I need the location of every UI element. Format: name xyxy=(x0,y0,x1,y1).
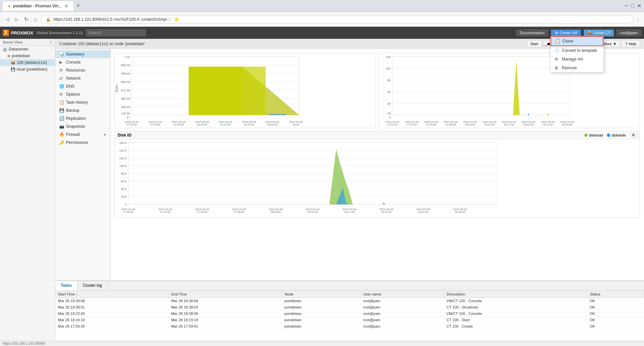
nav-snapshots[interactable]: 📷 Snapshots xyxy=(55,122,110,131)
svg-text:18:24:00: 18:24:00 xyxy=(523,123,534,126)
tab-title: pvedebian - Proxmox Virt... xyxy=(13,4,62,8)
options-icon: ⚙ xyxy=(59,92,64,97)
col-start-time[interactable]: Start Time ↓ xyxy=(55,291,169,298)
table-row: Mar 28 18:38:01 Mar 28 18:38:03 pvedebia… xyxy=(55,304,644,311)
start-btn[interactable]: Start xyxy=(527,40,542,47)
resources-label: Resources xyxy=(66,68,85,73)
svg-text:384 Mi: 384 Mi xyxy=(121,97,130,100)
manage-ha-menu-item[interactable]: ♻ Manage HA xyxy=(551,55,603,64)
nav-permissions[interactable]: 🔑 Permissions xyxy=(55,139,110,147)
cell-end: Mar 28 18:38:03 xyxy=(169,304,282,311)
svg-text:17:49:00: 17:49:00 xyxy=(426,123,437,126)
col-end-time[interactable]: End Time xyxy=(169,291,282,298)
remove-menu-item[interactable]: 🗑 Remove xyxy=(551,64,603,72)
col-user[interactable]: User name xyxy=(361,291,444,298)
cell-user: root@pam xyxy=(361,298,444,304)
svg-text:18:38:00: 18:38:00 xyxy=(562,123,573,126)
tab-close-btn[interactable]: ✕ xyxy=(64,3,68,9)
svg-text:18:38:00: 18:38:00 xyxy=(455,210,465,213)
cell-desc: CT 100 - Shutdown xyxy=(444,304,587,311)
nav-backup[interactable]: 💾 Backup xyxy=(55,106,110,114)
svg-text:17:35:00: 17:35:00 xyxy=(126,123,137,126)
tree-datacenter[interactable]: 🏢 Datacenter xyxy=(0,46,55,53)
svg-rect-37 xyxy=(242,67,266,115)
svg-text:18:24:00: 18:24:00 xyxy=(381,210,392,213)
tree-ct-item[interactable]: 📦 100 (debian11ct) xyxy=(0,59,55,66)
svg-text:18:10:00: 18:10:00 xyxy=(307,210,318,213)
search-input[interactable] xyxy=(86,29,146,36)
close-window-btn[interactable]: ✕ xyxy=(637,3,641,9)
red-arrow-indicator: → xyxy=(542,41,549,49)
cell-node: pvedebian xyxy=(282,323,361,330)
nav-firewall[interactable]: 🔥 Firewall xyxy=(55,131,110,139)
svg-text:17:55:00: 17:55:00 xyxy=(173,123,184,126)
nav-network[interactable]: ⇄ Network xyxy=(55,74,110,82)
maximize-btn[interactable]: □ xyxy=(631,3,634,9)
cell-node: pvedebian xyxy=(282,304,361,311)
create-vm-btn[interactable]: 🖥 Create VM xyxy=(551,29,581,36)
svg-text:18:05:00: 18:05:00 xyxy=(197,123,207,126)
options-label: Options xyxy=(66,92,80,97)
diskread-label: diskread xyxy=(589,133,603,137)
col-description[interactable]: Description xyxy=(444,291,587,298)
main-toolbar: X PROXMOX Virtual Environment 7.1-11 Doc… xyxy=(0,27,644,39)
nav-task-history[interactable]: 📋 Task History xyxy=(55,98,110,106)
dns-label: DNS xyxy=(66,84,74,89)
svg-text:1 Gi: 1 Gi xyxy=(124,55,130,59)
diskwrite-label: diskwrite xyxy=(611,133,626,137)
cell-node: pvedebian xyxy=(282,311,361,317)
extensions-btn[interactable]: ⋮ xyxy=(636,17,640,22)
cell-end: Mar 28 18:19:19 xyxy=(169,317,282,323)
svg-text:18:03:00: 18:03:00 xyxy=(270,210,281,213)
diskio-options-btn[interactable]: ⚙ xyxy=(630,133,637,138)
tree-node[interactable]: 🖥 pvedebian xyxy=(0,53,55,59)
browser-tab[interactable]: ● pvedebian - Proxmox Virt... ✕ xyxy=(3,1,74,11)
sub-navigation: 📊 Summary ▶ Console ⚙ Resources ⇄ Networ… xyxy=(55,49,111,280)
new-tab-btn[interactable]: + xyxy=(76,2,80,9)
url-text: https://192.168.1.101:8006/#v1:0:=lxc%2F… xyxy=(54,17,171,22)
cell-node: pvedebian xyxy=(282,317,361,323)
svg-text:0 i: 0 i xyxy=(127,116,130,119)
reload-btn[interactable]: ↻ xyxy=(23,15,30,24)
replication-label: Replication xyxy=(66,116,86,121)
user-menu-btn[interactable]: root@pam xyxy=(617,29,641,36)
svg-rect-36 xyxy=(189,67,242,115)
col-node[interactable]: Node xyxy=(282,291,361,298)
minimize-btn[interactable]: ─ xyxy=(625,3,628,9)
tasks-tab[interactable]: Tasks xyxy=(55,281,77,290)
summary-icon: 📊 xyxy=(59,52,64,57)
main-layout: Server View ✕ 🏢 Datacenter 🖥 pvedebian 📦… xyxy=(0,39,644,341)
tree-storage-item[interactable]: 💾 local (pvedebian) xyxy=(0,66,55,73)
help-btn[interactable]: ? Help xyxy=(622,40,640,47)
documentation-btn[interactable]: Documentation xyxy=(516,29,548,36)
svg-text:20 k: 20 k xyxy=(121,195,127,198)
svg-text:17:35:00: 17:35:00 xyxy=(387,123,398,126)
nav-resources[interactable]: ⚙ Resources xyxy=(55,66,110,74)
back-btn[interactable]: ◀ xyxy=(4,15,11,24)
bottom-tab-bar: Tasks Cluster log xyxy=(55,281,644,291)
convert-template-menu-item[interactable]: 📄 Convert to template xyxy=(551,46,603,55)
svg-text:896 Mi: 896 Mi xyxy=(121,64,130,67)
nav-console[interactable]: ▶ Console xyxy=(55,58,110,66)
firewall-icon: 🔥 xyxy=(59,132,64,137)
ha-icon: ♻ xyxy=(555,57,559,62)
resources-icon: ⚙ xyxy=(59,68,64,73)
diskio-chart: Disk IO diskread diskwrite xyxy=(115,131,640,218)
ve-version: Virtual Environment 7.1-11 xyxy=(37,31,83,35)
svg-text:18:25:00: 18:25:00 xyxy=(244,123,254,126)
permissions-icon: 🔑 xyxy=(59,140,64,145)
nav-summary[interactable]: 📊 Summary xyxy=(55,50,110,58)
diskio-legend: diskread diskwrite ⚙ xyxy=(584,133,637,138)
nav-dns[interactable]: 🌐 DNS xyxy=(55,82,110,90)
forward-btn[interactable]: ▶ xyxy=(13,15,20,24)
nav-options[interactable]: ⚙ Options xyxy=(55,90,110,98)
server-view-toggle[interactable]: ✕ xyxy=(50,40,52,44)
replication-icon: 🔄 xyxy=(59,116,64,121)
create-ct-btn[interactable]: 📦 Create CT xyxy=(584,29,614,36)
col-status[interactable]: Status xyxy=(587,291,644,298)
clone-menu-item[interactable]: 📋 Clone xyxy=(551,36,603,46)
table-row: Mar 28 18:19:18 Mar 28 18:19:19 pvedebia… xyxy=(55,317,644,323)
cluster-log-tab[interactable]: Cluster log xyxy=(77,281,108,290)
home-btn[interactable]: ⌂ xyxy=(33,15,39,24)
nav-replication[interactable]: 🔄 Replication xyxy=(55,114,110,122)
